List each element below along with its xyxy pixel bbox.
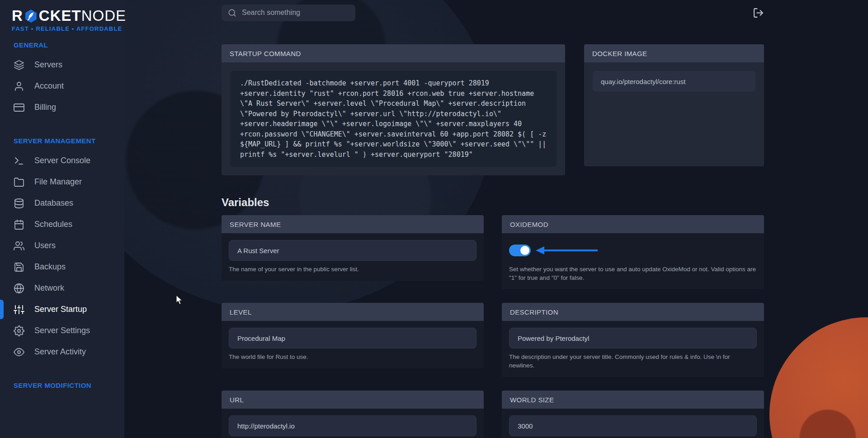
variable-card: DESCRIPTION The description under your s…	[502, 303, 764, 377]
calendar-icon	[14, 219, 24, 230]
credit-card-icon	[14, 102, 24, 113]
sidebar-section: SERVER MODIFICTION	[0, 381, 124, 389]
sidebar-item-server-settings[interactable]: Server Settings	[0, 320, 124, 341]
variable-help: The world file for Rust to use.	[229, 353, 476, 361]
search-icon	[228, 9, 236, 17]
variable-card: URL The URL for your server. This is wha…	[222, 391, 484, 438]
rocket-hexagon-icon	[24, 9, 38, 24]
search-bar[interactable]	[222, 5, 355, 21]
brand-name-mid: CKET	[39, 7, 81, 24]
sidebar-nav: GENERAL Servers Account Billing SERVER M…	[0, 32, 124, 389]
brand-tagline: FAST • RELIABLE • AFFORDABLE	[12, 25, 124, 32]
active-indicator	[0, 300, 4, 319]
terminal-icon	[14, 155, 24, 166]
variable-card: LEVEL The world file for Rust to use.	[222, 303, 484, 377]
annotation-arrow-icon	[535, 245, 599, 256]
sidebar-item-account[interactable]: Account	[0, 75, 124, 97]
docker-image-value: quay.io/pterodactyl/core:rust	[593, 71, 755, 92]
variable-card-title: WORLD SIZE	[502, 391, 764, 409]
variable-card-title: LEVEL	[222, 303, 484, 321]
search-input[interactable]	[242, 9, 349, 17]
sidebar: R CKET NODE FAST • RELIABLE • AFFORDABLE…	[0, 0, 124, 438]
variable-help: The name of your server in the public se…	[229, 265, 476, 273]
globe-icon	[14, 283, 24, 294]
folder-icon	[14, 177, 24, 188]
sidebar-item-backups[interactable]: Backups	[0, 256, 124, 278]
sidebar-section-header: SERVER MANAGEMENT	[0, 137, 124, 145]
sidebar-section: GENERAL Servers Account Billing	[0, 41, 124, 118]
variable-card: WORLD SIZE The world size for a procedur…	[502, 391, 764, 438]
sidebar-item-server-startup[interactable]: Server Startup	[0, 299, 124, 320]
sidebar-item-billing[interactable]: Billing	[0, 97, 124, 118]
variable-card: SERVER NAME The name of your server in t…	[222, 215, 484, 289]
sidebar-item-servers[interactable]: Servers	[0, 54, 124, 75]
layers-icon	[14, 60, 24, 71]
sidebar-section-header: SERVER MODIFICTION	[0, 381, 124, 389]
sidebar-item-network[interactable]: Network	[0, 278, 124, 299]
database-icon	[14, 198, 24, 209]
sidebar-item-users[interactable]: Users	[0, 235, 124, 256]
startup-command-title: STARTUP COMMAND	[222, 44, 565, 62]
top-panels: STARTUP COMMAND ./RustDedicated -batchmo…	[222, 44, 764, 175]
gear-icon	[14, 325, 24, 336]
description-input[interactable]	[509, 328, 757, 349]
users-icon	[14, 240, 24, 251]
save-icon	[14, 262, 24, 273]
sidebar-section: SERVER MANAGEMENT Server Console File Ma…	[0, 137, 124, 363]
user-icon	[14, 81, 24, 92]
url-input[interactable]	[229, 415, 476, 436]
sidebar-item-schedules[interactable]: Schedules	[0, 214, 124, 235]
variable-help: The description under your server title.…	[509, 353, 757, 370]
variable-card-title: DESCRIPTION	[502, 303, 764, 321]
topbar	[222, 0, 764, 25]
startup-command-panel: STARTUP COMMAND ./RustDedicated -batchmo…	[222, 44, 565, 175]
variables-grid: SERVER NAME The name of your server in t…	[222, 215, 764, 438]
level-input[interactable]	[229, 328, 476, 349]
startup-command-text: ./RustDedicated -batchmode +server.port …	[230, 71, 557, 167]
sliders-icon	[14, 304, 24, 315]
server-name-input[interactable]	[229, 240, 476, 261]
sidebar-item-server-activity[interactable]: Server Activity	[0, 341, 124, 363]
sidebar-item-server-console[interactable]: Server Console	[0, 150, 124, 171]
variable-card-title: SERVER NAME	[222, 215, 484, 233]
docker-image-panel: DOCKER IMAGE quay.io/pterodactyl/core:ru…	[584, 44, 764, 166]
sidebar-section-header: GENERAL	[0, 41, 124, 49]
main-content: STARTUP COMMAND ./RustDedicated -batchmo…	[124, 0, 868, 438]
eye-icon	[14, 347, 24, 358]
brand-name-first: R	[12, 7, 23, 24]
sidebar-item-databases[interactable]: Databases	[0, 193, 124, 214]
variable-card-title: URL	[222, 391, 484, 409]
logout-icon[interactable]	[753, 7, 764, 19]
world-size-input[interactable]	[509, 415, 757, 436]
brand-logo[interactable]: R CKET NODE FAST • RELIABLE • AFFORDABLE	[0, 0, 124, 32]
docker-image-title: DOCKER IMAGE	[584, 44, 764, 62]
variables-heading: Variables	[222, 196, 764, 209]
variable-card-title: OXIDEMOD	[502, 215, 764, 233]
toggle-on-icon[interactable]	[509, 245, 531, 256]
brand-name-last: NODE	[81, 7, 126, 24]
variable-card: OXIDEMOD Set whether you want the server…	[502, 215, 764, 289]
sidebar-item-file-manager[interactable]: File Manager	[0, 171, 124, 193]
variable-help: Set whether you want the server to use a…	[509, 265, 757, 282]
